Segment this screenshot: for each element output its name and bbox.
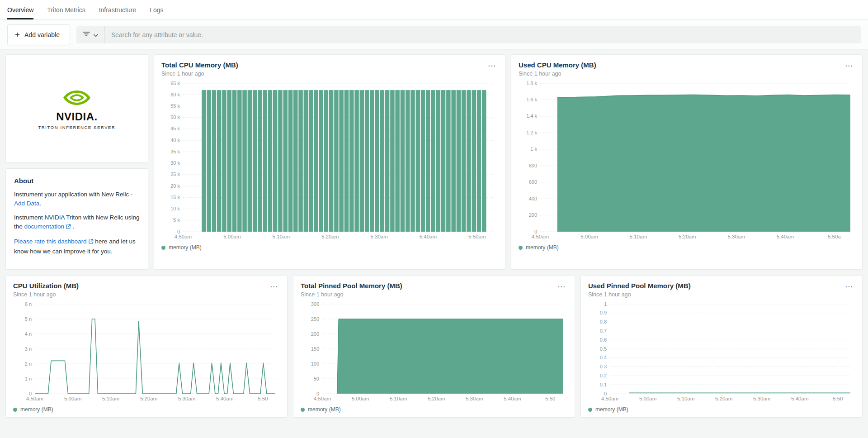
chart-title: Used CPU Memory (MB)	[519, 61, 596, 69]
add-variable-label: Add variable	[24, 31, 60, 38]
svg-text:5:00am: 5:00am	[223, 234, 241, 239]
chart-header: Total CPU Memory (MB) Since 1 hour ago ⋯	[161, 61, 498, 77]
svg-text:4 n: 4 n	[25, 331, 32, 337]
svg-text:5:50: 5:50	[258, 396, 268, 401]
chart-menu-button[interactable]: ⋯	[843, 61, 855, 71]
svg-text:5:00am: 5:00am	[639, 396, 656, 401]
chart-title: CPU Utilization (MB)	[13, 282, 79, 290]
svg-text:4:50am: 4:50am	[532, 234, 549, 239]
svg-text:5:20am: 5:20am	[321, 234, 339, 239]
used-cpu-memory-chart[interactable]: 02004006008001 k1.2 k1.4 k1.6 k1.8 k4:50…	[519, 80, 855, 241]
legend-series-dot	[13, 408, 17, 412]
chart-header: CPU Utilization (MB) Since 1 hour ago ⋯	[13, 282, 280, 298]
chart-header: Used CPU Memory (MB) Since 1 hour ago ⋯	[519, 61, 855, 77]
total-pinned-pool-memory-chart[interactable]: 0501001502002503004:50am5:00am5:10am5:20…	[301, 300, 567, 403]
tab-triton-metrics[interactable]: Triton Metrics	[47, 0, 85, 19]
svg-text:0.4: 0.4	[600, 355, 607, 361]
chart-legend: memory (MB)	[519, 244, 855, 251]
chart-header: Total Pinned Pool Memory (MB) Since 1 ho…	[301, 282, 567, 298]
tab-infrastructure[interactable]: Infrastructure	[99, 0, 136, 19]
about-paragraph-3: Please rate this dashboard here and let …	[14, 237, 140, 256]
about-p1-text: Instrument your application with New Rel…	[14, 191, 133, 198]
svg-text:5:50: 5:50	[545, 396, 555, 401]
used-pinned-pool-memory-chart[interactable]: 00.10.20.30.40.50.60.70.80.914:50am5:00a…	[588, 300, 855, 403]
chart-menu-button[interactable]: ⋯	[556, 282, 567, 291]
svg-text:0.8: 0.8	[600, 319, 607, 324]
used-pinned-pool-memory-chart-card: Used Pinned Pool Memory (MB) Since 1 hou…	[580, 275, 863, 418]
svg-text:0.6: 0.6	[600, 337, 607, 343]
svg-text:0: 0	[604, 391, 607, 396]
svg-text:4:50am: 4:50am	[601, 396, 618, 401]
svg-text:5:20am: 5:20am	[715, 396, 732, 401]
chevron-down-icon	[94, 31, 98, 39]
svg-text:1.8 k: 1.8 k	[526, 81, 537, 86]
total-cpu-memory-chart[interactable]: 05 k10 k15 k20 k25 k30 k35 k40 k45 k50 k…	[161, 80, 498, 241]
tab-overview[interactable]: Overview	[7, 0, 33, 19]
about-card: About Instrument your application with N…	[5, 168, 148, 270]
svg-text:4:50am: 4:50am	[175, 234, 192, 239]
total-cpu-memory-chart-card: Total CPU Memory (MB) Since 1 hour ago ⋯…	[154, 54, 505, 270]
svg-text:5:50am: 5:50am	[468, 234, 486, 239]
cpu-utilization-chart[interactable]: 01 n2 n3 n4 n5 n6 n4:50am5:00am5:10am5:2…	[13, 300, 280, 403]
chart-title: Total Pinned Pool Memory (MB)	[301, 282, 402, 290]
svg-text:5:10am: 5:10am	[273, 234, 290, 239]
cpu-utilization-chart-card: CPU Utilization (MB) Since 1 hour ago ⋯ …	[5, 275, 288, 418]
add-variable-button[interactable]: + Add variable	[7, 24, 70, 45]
search-input[interactable]	[105, 31, 861, 38]
svg-text:5:00am: 5:00am	[64, 396, 81, 401]
about-paragraph-2: Instrument NVIDIA Triton with New Relic …	[14, 213, 140, 232]
svg-text:5:40am: 5:40am	[420, 234, 437, 239]
svg-text:5:30am: 5:30am	[466, 396, 483, 401]
legend-label: memory (MB)	[20, 406, 53, 413]
svg-text:5:30am: 5:30am	[178, 396, 195, 401]
svg-text:6 n: 6 n	[25, 301, 32, 307]
svg-text:400: 400	[529, 196, 537, 201]
svg-text:40 k: 40 k	[170, 138, 180, 143]
svg-text:5:00am: 5:00am	[352, 396, 369, 401]
chart-legend: memory (MB)	[301, 406, 567, 413]
dashboard-content: NVIDIA. TRITON INFERENCE SERVER About In…	[0, 50, 868, 422]
svg-text:0.1: 0.1	[600, 382, 607, 387]
svg-text:5:40am: 5:40am	[216, 396, 233, 401]
documentation-link-label: documentation	[24, 223, 65, 230]
chart-menu-button[interactable]: ⋯	[268, 282, 280, 291]
svg-text:25 k: 25 k	[170, 171, 180, 177]
svg-text:5:50a: 5:50a	[828, 234, 841, 239]
add-data-link[interactable]: Add Data	[14, 200, 39, 207]
legend-label: memory (MB)	[169, 244, 202, 251]
external-link-icon	[88, 238, 94, 247]
svg-text:5:40am: 5:40am	[791, 396, 808, 401]
svg-text:0.5: 0.5	[600, 346, 607, 352]
tab-logs[interactable]: Logs	[150, 0, 163, 19]
svg-text:150: 150	[311, 346, 319, 352]
filter-dropdown-button[interactable]	[76, 26, 105, 43]
svg-text:600: 600	[529, 179, 537, 185]
nvidia-branding-card: NVIDIA. TRITON INFERENCE SERVER	[5, 54, 148, 163]
about-p1-end: .	[39, 200, 41, 207]
chart-subtitle: Since 1 hour ago	[301, 291, 402, 298]
svg-text:2 n: 2 n	[25, 361, 32, 367]
legend-series-dot	[161, 246, 165, 250]
svg-text:5:20am: 5:20am	[679, 234, 696, 239]
nvidia-eye-logo-icon	[62, 88, 91, 110]
svg-text:35 k: 35 k	[170, 149, 180, 154]
documentation-link[interactable]: documentation	[24, 223, 71, 230]
chart-menu-button[interactable]: ⋯	[486, 61, 498, 71]
chart-menu-button[interactable]: ⋯	[843, 282, 855, 291]
legend-series-dot	[519, 246, 523, 250]
svg-text:15 k: 15 k	[170, 195, 180, 200]
svg-text:250: 250	[311, 316, 319, 322]
rate-dashboard-link[interactable]: Please rate this dashboard	[14, 238, 94, 245]
svg-text:5 k: 5 k	[173, 217, 180, 223]
about-title: About	[14, 177, 140, 185]
nvidia-logo-word: NVIDIA.	[56, 110, 98, 123]
svg-text:5:50: 5:50	[833, 396, 843, 401]
svg-text:5:40am: 5:40am	[777, 234, 794, 239]
svg-text:0.9: 0.9	[600, 310, 607, 316]
svg-text:300: 300	[311, 301, 319, 307]
legend-label: memory (MB)	[308, 406, 341, 413]
svg-text:50: 50	[314, 376, 319, 381]
svg-text:0.7: 0.7	[600, 328, 607, 333]
svg-text:4:50am: 4:50am	[314, 396, 331, 401]
top-tab-bar: Overview Triton Metrics Infrastructure L…	[0, 0, 868, 20]
